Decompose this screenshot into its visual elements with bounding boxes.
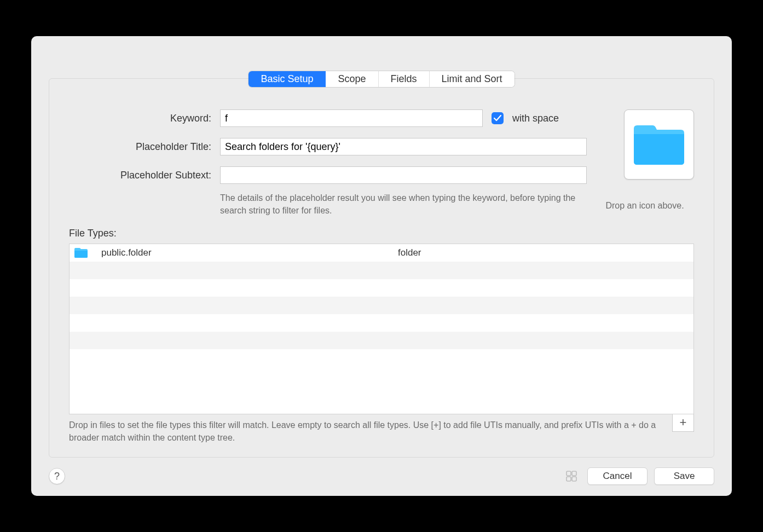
file-types-section: File Types: public.folder folder Drop in…	[69, 228, 694, 444]
svg-rect-1	[572, 471, 576, 476]
help-button[interactable]: ?	[49, 468, 65, 484]
cancel-button[interactable]: Cancel	[587, 467, 648, 485]
placeholder-subtext-input[interactable]	[220, 166, 587, 184]
file-types-help-text: Drop in files to set the file types this…	[69, 414, 666, 444]
folder-icon	[632, 122, 686, 167]
placeholder-title-label: Placeholder Title:	[69, 141, 211, 153]
file-types-table[interactable]: public.folder folder	[69, 244, 694, 414]
keyword-row: with space	[220, 109, 587, 127]
table-row	[70, 349, 693, 367]
settings-window: Basic Setup Scope Fields Limit and Sort …	[31, 36, 732, 496]
svg-rect-2	[567, 477, 571, 481]
plus-icon: +	[680, 415, 687, 430]
tabbar: Basic Setup Scope Fields Limit and Sort	[248, 71, 514, 87]
keyword-input[interactable]	[220, 109, 483, 127]
grid-icon	[565, 470, 577, 482]
tab-scope[interactable]: Scope	[326, 71, 378, 87]
table-row	[70, 279, 693, 297]
layout-icon-button[interactable]	[562, 468, 581, 484]
icon-drop-caption: Drop an icon above.	[596, 200, 694, 212]
placeholder-help-text: The details of the placeholder result yo…	[220, 192, 587, 217]
svg-rect-3	[572, 477, 576, 481]
table-row[interactable]: public.folder folder	[70, 244, 693, 262]
form-grid: Keyword: with space Placeholder Title:	[69, 109, 694, 217]
table-row	[70, 262, 693, 279]
icon-drop-well[interactable]	[624, 109, 694, 180]
placeholder-subtext-label: Placeholder Subtext:	[69, 170, 211, 181]
table-row	[70, 297, 693, 314]
question-icon: ?	[54, 471, 60, 482]
placeholder-title-input[interactable]	[220, 138, 587, 155]
bottom-bar: ? Cancel Save	[49, 467, 714, 485]
svg-rect-0	[567, 471, 571, 476]
tab-fields[interactable]: Fields	[379, 71, 430, 87]
keyword-label: Keyword:	[69, 113, 211, 124]
file-types-heading: File Types:	[69, 228, 694, 239]
with-space-checkbox[interactable]	[492, 112, 504, 124]
tab-limit-and-sort[interactable]: Limit and Sort	[430, 71, 515, 87]
check-icon	[494, 115, 501, 122]
file-types-footer: Drop in files to set the file types this…	[69, 414, 694, 444]
file-type-desc: folder	[395, 247, 691, 258]
tab-basic-setup[interactable]: Basic Setup	[248, 71, 326, 87]
file-type-uti: public.folder	[98, 247, 395, 258]
save-button[interactable]: Save	[654, 467, 714, 485]
add-file-type-button[interactable]: +	[672, 414, 694, 432]
folder-icon	[74, 247, 88, 259]
basic-setup-panel: Keyword: with space Placeholder Title:	[49, 78, 714, 458]
table-row	[70, 314, 693, 332]
with-space-label: with space	[512, 113, 559, 124]
table-row	[70, 332, 693, 349]
